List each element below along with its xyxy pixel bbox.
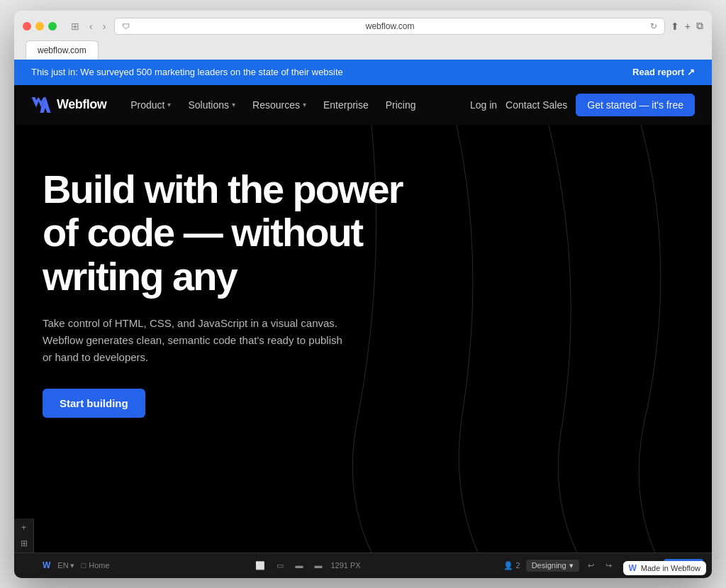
mode-chevron-icon: ▾	[569, 561, 574, 570]
reload-button[interactable]: ↻	[650, 21, 657, 31]
hero-subtext: Take control of HTML, CSS, and JavaScrip…	[43, 315, 354, 366]
made-in-webflow-text: Made in Webflow	[641, 564, 700, 572]
layout-xlarge-button[interactable]: ▬	[311, 560, 325, 571]
back-button[interactable]: ‹	[86, 19, 96, 33]
maximize-button[interactable]	[48, 22, 57, 30]
browser-top-bar: ⊞ ‹ › 🛡 webflow.com ↻ ⬆ + ⧉	[23, 18, 703, 35]
contact-sales-link[interactable]: Contact Sales	[506, 99, 567, 111]
close-button[interactable]	[23, 22, 31, 30]
resources-chevron-icon: ▾	[303, 101, 306, 109]
grid-button[interactable]: ⊞	[16, 537, 32, 550]
read-report-link[interactable]: Read report ↗	[632, 67, 695, 77]
browser-controls: ⊞ ‹ ›	[68, 19, 108, 33]
hero-content: Build with the power of code — without w…	[43, 167, 440, 418]
browser-window: ⊞ ‹ › 🛡 webflow.com ↻ ⬆ + ⧉ webflow.com …	[14, 11, 712, 578]
user-badge: 👤 2	[503, 561, 520, 570]
lang-chevron-icon: ▾	[70, 561, 74, 570]
browser-actions: ⬆ + ⧉	[671, 20, 703, 32]
webflow-badge-logo: W	[629, 563, 637, 573]
new-tab-button[interactable]: +	[685, 21, 691, 32]
browser-chrome: ⊞ ‹ › 🛡 webflow.com ↻ ⬆ + ⧉ webflow.com	[14, 11, 712, 60]
layout-small-button[interactable]: ⬜	[252, 560, 268, 572]
get-started-button[interactable]: Get started — it's free	[576, 94, 695, 116]
minimize-button[interactable]	[35, 22, 44, 30]
home-icon: □	[82, 561, 86, 570]
design-mode-selector[interactable]: Designing ▾	[526, 560, 579, 572]
tab-overview-button[interactable]: ⊞	[68, 19, 82, 33]
nav-items: Product ▾ Solutions ▾ Resources ▾ Enterp…	[123, 94, 470, 116]
designer-center: ⬜ ▭ ▬ ▬ 1291 PX	[116, 560, 498, 572]
product-chevron-icon: ▾	[167, 101, 171, 109]
layout-medium-button[interactable]: ▭	[274, 560, 286, 572]
logo-text: Webflow	[57, 97, 106, 112]
login-link[interactable]: Log in	[470, 99, 497, 111]
start-building-button[interactable]: Start building	[43, 389, 145, 418]
designer-breadcrumb: □ Home	[82, 561, 110, 570]
designer-logo: W	[43, 560, 50, 570]
sidebar-tools: + ⊞	[14, 518, 34, 553]
announcement-bar: This just in: We surveyed 500 marketing …	[14, 60, 712, 85]
width-indicator: 1291 PX	[330, 561, 360, 570]
solutions-chevron-icon: ▾	[232, 101, 235, 109]
traffic-lights	[23, 22, 57, 30]
nav-product[interactable]: Product ▾	[123, 94, 178, 116]
undo-button[interactable]: ↩	[585, 560, 597, 572]
designer-bar: + ⊞ W EN ▾ □ Home ⬜ ▭ ▬ ▬ 1291 PX	[14, 553, 712, 578]
active-tab[interactable]: webflow.com	[26, 40, 99, 60]
made-in-webflow-badge: W Made in Webflow	[623, 561, 707, 575]
nav-solutions[interactable]: Solutions ▾	[181, 94, 242, 116]
layout-large-button[interactable]: ▬	[292, 560, 306, 571]
browser-tabs: webflow.com	[23, 40, 703, 60]
share-browser-button[interactable]: ⬆	[671, 21, 679, 32]
redo-button[interactable]: ↪	[603, 560, 615, 572]
navbar: Webflow Product ▾ Solutions ▾ Resources …	[14, 85, 712, 125]
nav-resources[interactable]: Resources ▾	[245, 94, 313, 116]
webflow-logo-icon	[31, 97, 51, 113]
webflow-logo[interactable]: Webflow	[31, 97, 106, 113]
website-content: This just in: We surveyed 500 marketing …	[14, 60, 712, 578]
designer-language[interactable]: EN ▾	[57, 561, 74, 570]
security-icon: 🛡	[122, 22, 130, 30]
address-bar[interactable]: 🛡 webflow.com ↻	[114, 18, 664, 35]
sidebar-button[interactable]: ⧉	[696, 20, 703, 32]
designer-bar-left: W EN ▾ □ Home	[43, 560, 110, 570]
url-text: webflow.com	[134, 21, 645, 31]
add-element-button[interactable]: +	[16, 521, 32, 534]
hero-heading: Build with the power of code — without w…	[43, 167, 440, 299]
hero-section: Build with the power of code — without w…	[14, 125, 712, 553]
forward-button[interactable]: ›	[100, 19, 109, 33]
announcement-text: This just in: We surveyed 500 marketing …	[31, 67, 343, 77]
nav-right: Log in Contact Sales Get started — it's …	[470, 94, 695, 116]
designer-right: 👤 2 Designing ▾ ↩ ↪ ▶ Share Publish W Ma…	[503, 559, 703, 572]
nav-enterprise[interactable]: Enterprise	[316, 94, 376, 116]
nav-pricing[interactable]: Pricing	[379, 94, 423, 116]
